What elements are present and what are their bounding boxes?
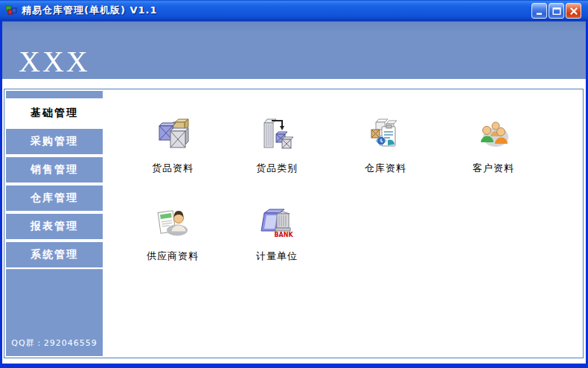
shortcut-customer-data[interactable]: 客户资料 [453,116,534,175]
category-building-arrow-icon [258,116,295,153]
shortcut-label: 计量单位 [236,250,318,263]
shortcut-label: 客户资料 [453,162,534,175]
sidebar-nav: 基础管理 采购管理 销售管理 仓库管理 报表管理 系统管理 QQ群：292046… [6,91,103,356]
header-banner: XXX [2,21,586,79]
bank-badge-text: BANK [274,232,293,238]
sidebar-item-sales-management[interactable]: 销售管理 [6,157,103,183]
shortcut-goods-category[interactable]: 货品类别 [236,116,318,175]
sidebar-item-system-management[interactable]: 系统管理 [6,242,103,267]
sidebar-item-report-management[interactable]: 报表管理 [6,214,103,239]
minimize-button[interactable] [531,3,547,19]
shortcut-label: 仓库资料 [345,162,426,175]
sidebar-item-label: 仓库管理 [31,191,78,205]
window-title: 精易仓库管理(单机版) V1.1 [22,4,158,17]
bank-building-folder-icon: BANK [258,204,295,241]
content-panel: 基础管理 采购管理 销售管理 仓库管理 报表管理 系统管理 QQ群：292046… [4,89,584,358]
shortcut-warehouse-data[interactable]: 仓库资料 [345,116,426,175]
title-bar: 精易仓库管理(单机版) V1.1 [0,0,588,21]
shortcut-label: 货品资料 [132,162,214,175]
sidebar-filler: QQ群：292046559 [6,269,103,356]
shortcut-unit-of-measure[interactable]: BANK 计量单位 [236,204,318,263]
sidebar-top-spacer [6,91,103,98]
shortcut-supplier-data[interactable]: 供应商资料 [132,204,214,263]
sidebar-item-label: 采购管理 [31,135,78,148]
sidebar-item-purchase-management[interactable]: 采购管理 [6,129,103,154]
shortcut-label: 供应商资料 [132,250,214,263]
goods-boxes-icon [154,116,191,153]
sidebar-item-label: 报表管理 [31,220,78,233]
shortcut-goods-data[interactable]: 货品资料 [132,116,214,175]
customers-people-icon [475,116,512,153]
sidebar-item-label: 销售管理 [31,163,78,177]
close-button[interactable] [566,3,581,19]
supplier-person-card-icon [154,204,191,241]
app-window: 精易仓库管理(单机版) V1.1 XXX [0,0,588,368]
banner-title: XXX [19,47,90,77]
window-border-bottom [0,364,588,368]
minimize-icon [535,7,544,16]
sidebar-item-warehouse-management[interactable]: 仓库管理 [6,185,103,211]
app-blocks-icon [5,4,17,16]
sidebar-item-label: 系统管理 [31,248,78,261]
sidebar-item-label: 基础管理 [31,107,78,120]
warehouse-clipboard-clock-icon [367,116,404,153]
maximize-button[interactable] [549,3,564,19]
sidebar-item-basic-management[interactable]: 基础管理 [6,101,103,126]
close-icon [569,7,578,16]
window-border-left [0,21,2,368]
qq-group-text: QQ群：292046559 [6,337,103,349]
shortcut-label: 货品类别 [236,162,318,175]
maximize-icon [552,7,561,16]
window-controls [531,3,581,19]
